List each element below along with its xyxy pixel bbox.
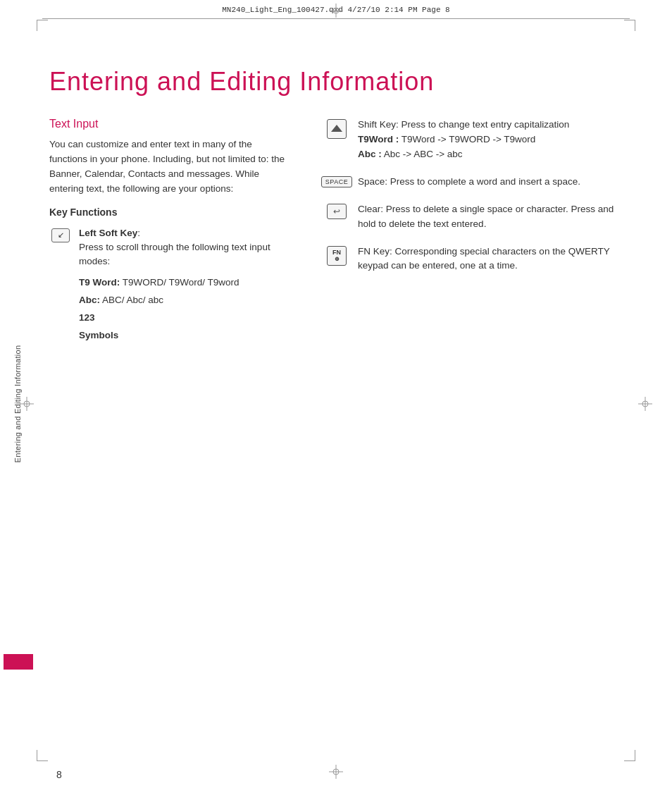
shift-arrow-shape xyxy=(331,125,342,132)
two-columns-layout: Text Input You can customize and enter t… xyxy=(49,118,623,346)
key-sub-items: T9 Word: T9WORD/ T9Word/ T9word Abc: ABC… xyxy=(79,276,289,343)
sidebar-pink-accent xyxy=(4,654,33,670)
space-key-name: Space xyxy=(358,176,385,187)
right-key-item-fn: FN ⊕ FN Key: Corresponding special chara… xyxy=(324,245,623,274)
fn-key-name: FN Key xyxy=(358,246,390,257)
left-soft-key-icon: ↙ xyxy=(49,228,72,243)
space-key-desc: Space: Press to complete a word and inse… xyxy=(358,175,623,190)
left-soft-key-desc: Left Soft Key: Press to scroll through t… xyxy=(79,226,289,269)
corner-mark-br xyxy=(624,750,635,761)
sidebar-wrapper: Entering and Editing Information xyxy=(11,141,25,666)
right-key-item-shift: Shift Key: Press to change text entry ca… xyxy=(324,118,623,162)
cross-bottom xyxy=(329,765,343,779)
section-heading-text-input: Text Input xyxy=(49,118,289,130)
sub-item-abc-label: Abc: xyxy=(79,295,100,305)
shift-icon-box xyxy=(327,119,347,139)
sub-item-t9word-label: T9 Word: xyxy=(79,277,120,288)
shift-key-icon xyxy=(324,119,349,139)
fn-key-desc: FN Key: Corresponding special characters… xyxy=(358,245,623,274)
sub-item-t9word: T9 Word: T9WORD/ T9Word/ T9word xyxy=(79,276,289,290)
right-key-item-space: SPACE Space: Press to complete a word an… xyxy=(324,175,623,190)
sub-item-123: 123 xyxy=(79,311,289,326)
page-title: Entering and Editing Information xyxy=(49,67,623,97)
key-item-left-soft-key: ↙ Left Soft Key: Press to scroll through… xyxy=(49,226,289,269)
fn-icon-label-top: FN xyxy=(332,249,341,256)
cross-right xyxy=(638,397,652,411)
left-column: Text Input You can customize and enter t… xyxy=(49,118,289,346)
right-column: Shift Key: Press to change text entry ca… xyxy=(310,118,623,346)
shift-key-name: Shift Key xyxy=(358,119,396,130)
sub-item-symbols-label: Symbols xyxy=(79,330,118,340)
fn-icon-label-bottom: ⊕ xyxy=(335,256,340,262)
main-content: Entering and Editing Information Text In… xyxy=(49,39,623,751)
key-functions-heading: Key Functions xyxy=(49,207,289,218)
fn-icon-box: FN ⊕ xyxy=(327,246,347,266)
fn-key-icon: FN ⊕ xyxy=(324,246,349,266)
shift-key-desc: Shift Key: Press to change text entry ca… xyxy=(358,118,623,162)
right-key-item-clear: ↩ Clear: Press to delete a single space … xyxy=(324,202,623,232)
left-soft-key-icon-box: ↙ xyxy=(51,228,70,242)
intro-paragraph: You can customize and enter text in many… xyxy=(49,137,289,197)
shift-t9word-label: T9Word : xyxy=(358,134,399,144)
clear-key-icon: ↩ xyxy=(324,204,349,219)
corner-mark-tr xyxy=(624,20,635,31)
space-icon-box: SPACE xyxy=(321,176,352,187)
clear-key-desc: Clear: Press to delete a single space or… xyxy=(358,202,623,232)
left-soft-key-name: Left Soft Key xyxy=(79,228,137,238)
sub-item-symbols: Symbols xyxy=(79,328,289,343)
space-key-icon: SPACE xyxy=(324,176,349,187)
sub-item-123-label: 123 xyxy=(79,312,95,323)
sub-item-abc: Abc: ABC/ Abc/ abc xyxy=(79,293,289,308)
sidebar-text: Entering and Editing Information xyxy=(13,345,22,462)
page-number: 8 xyxy=(56,769,62,780)
corner-mark-tl xyxy=(37,20,48,31)
clear-key-name: Clear xyxy=(358,204,380,214)
corner-mark-bl xyxy=(37,750,48,761)
clear-icon-box: ↩ xyxy=(327,204,347,219)
cross-top xyxy=(329,4,343,18)
shift-abc-label: Abc : xyxy=(358,149,382,159)
